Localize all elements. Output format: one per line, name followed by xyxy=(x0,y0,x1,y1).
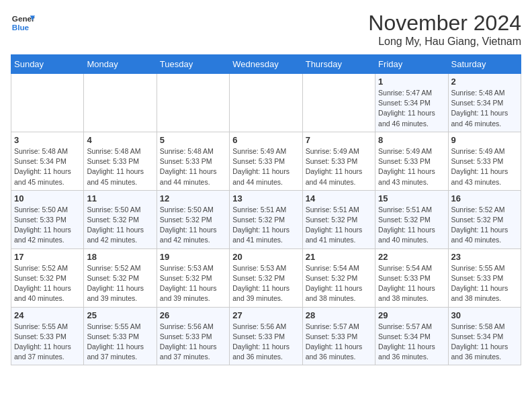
calendar-cell: 3Sunrise: 5:48 AMSunset: 5:34 PMDaylight… xyxy=(11,132,84,190)
day-number: 19 xyxy=(160,252,226,262)
day-number: 21 xyxy=(306,252,372,262)
day-number: 2 xyxy=(451,77,518,87)
weekday-header-wednesday: Wednesday xyxy=(230,55,302,74)
day-number: 7 xyxy=(306,135,372,145)
day-number: 25 xyxy=(87,310,153,320)
day-number: 3 xyxy=(14,135,81,145)
day-number: 22 xyxy=(378,252,445,262)
day-info: Sunrise: 5:54 AMSunset: 5:33 PMDaylight:… xyxy=(378,263,445,304)
calendar-cell: 7Sunrise: 5:49 AMSunset: 5:33 PMDaylight… xyxy=(302,132,375,190)
day-number: 10 xyxy=(14,193,81,203)
calendar-cell: 15Sunrise: 5:51 AMSunset: 5:32 PMDayligh… xyxy=(375,190,448,248)
day-info: Sunrise: 5:48 AMSunset: 5:34 PMDaylight:… xyxy=(14,146,81,187)
calendar-cell: 23Sunrise: 5:55 AMSunset: 5:33 PMDayligh… xyxy=(448,248,521,307)
day-number: 11 xyxy=(87,193,153,203)
calendar-body: 1Sunrise: 5:47 AMSunset: 5:34 PMDaylight… xyxy=(11,74,521,365)
calendar-cell: 11Sunrise: 5:50 AMSunset: 5:32 PMDayligh… xyxy=(84,190,157,248)
weekday-header-sunday: Sunday xyxy=(11,55,84,74)
weekday-header-thursday: Thursday xyxy=(302,55,375,74)
calendar-cell: 12Sunrise: 5:50 AMSunset: 5:32 PMDayligh… xyxy=(157,190,229,248)
calendar-cell xyxy=(302,74,375,132)
day-info: Sunrise: 5:58 AMSunset: 5:34 PMDaylight:… xyxy=(451,322,518,363)
day-info: Sunrise: 5:54 AMSunset: 5:32 PMDaylight:… xyxy=(306,263,372,304)
logo-icon: General Blue xyxy=(11,11,35,35)
calendar-cell: 4Sunrise: 5:48 AMSunset: 5:33 PMDaylight… xyxy=(84,132,157,190)
day-info: Sunrise: 5:48 AMSunset: 5:33 PMDaylight:… xyxy=(160,146,226,187)
day-info: Sunrise: 5:49 AMSunset: 5:33 PMDaylight:… xyxy=(451,146,518,187)
calendar-cell: 28Sunrise: 5:57 AMSunset: 5:33 PMDayligh… xyxy=(302,307,375,365)
calendar-cell: 26Sunrise: 5:56 AMSunset: 5:33 PMDayligh… xyxy=(157,307,229,365)
calendar-table: SundayMondayTuesdayWednesdayThursdayFrid… xyxy=(11,54,521,365)
day-number: 15 xyxy=(378,193,445,203)
day-number: 5 xyxy=(160,135,226,145)
logo: General Blue xyxy=(11,11,35,35)
page-subtitle: Long My, Hau Giang, Vietnam xyxy=(368,36,521,48)
calendar-cell: 10Sunrise: 5:50 AMSunset: 5:33 PMDayligh… xyxy=(11,190,84,248)
day-info: Sunrise: 5:56 AMSunset: 5:33 PMDaylight:… xyxy=(232,322,299,363)
weekday-header-tuesday: Tuesday xyxy=(157,55,229,74)
day-info: Sunrise: 5:52 AMSunset: 5:32 PMDaylight:… xyxy=(87,263,153,304)
calendar-week-3: 10Sunrise: 5:50 AMSunset: 5:33 PMDayligh… xyxy=(11,190,521,248)
calendar-cell: 24Sunrise: 5:55 AMSunset: 5:33 PMDayligh… xyxy=(11,307,84,365)
day-number: 8 xyxy=(378,135,445,145)
calendar-cell: 6Sunrise: 5:49 AMSunset: 5:33 PMDaylight… xyxy=(230,132,302,190)
day-info: Sunrise: 5:57 AMSunset: 5:33 PMDaylight:… xyxy=(306,322,372,363)
day-number: 17 xyxy=(14,252,81,262)
day-info: Sunrise: 5:53 AMSunset: 5:32 PMDaylight:… xyxy=(232,263,299,304)
calendar-cell: 19Sunrise: 5:53 AMSunset: 5:32 PMDayligh… xyxy=(157,248,229,307)
day-number: 6 xyxy=(232,135,299,145)
day-info: Sunrise: 5:55 AMSunset: 5:33 PMDaylight:… xyxy=(14,322,81,363)
calendar-cell: 21Sunrise: 5:54 AMSunset: 5:32 PMDayligh… xyxy=(302,248,375,307)
day-info: Sunrise: 5:57 AMSunset: 5:34 PMDaylight:… xyxy=(378,322,445,363)
calendar-header: SundayMondayTuesdayWednesdayThursdayFrid… xyxy=(11,55,521,74)
svg-text:General: General xyxy=(12,14,35,23)
day-info: Sunrise: 5:51 AMSunset: 5:32 PMDaylight:… xyxy=(306,205,372,246)
calendar-cell: 9Sunrise: 5:49 AMSunset: 5:33 PMDaylight… xyxy=(448,132,521,190)
calendar-week-2: 3Sunrise: 5:48 AMSunset: 5:34 PMDaylight… xyxy=(11,132,521,190)
calendar-cell: 17Sunrise: 5:52 AMSunset: 5:32 PMDayligh… xyxy=(11,248,84,307)
calendar-cell: 18Sunrise: 5:52 AMSunset: 5:32 PMDayligh… xyxy=(84,248,157,307)
day-info: Sunrise: 5:48 AMSunset: 5:33 PMDaylight:… xyxy=(87,146,153,187)
calendar-cell xyxy=(230,74,302,132)
page-title: November 2024 xyxy=(368,11,521,36)
calendar-cell: 14Sunrise: 5:51 AMSunset: 5:32 PMDayligh… xyxy=(302,190,375,248)
title-block: November 2024 Long My, Hau Giang, Vietna… xyxy=(368,11,521,48)
day-info: Sunrise: 5:49 AMSunset: 5:33 PMDaylight:… xyxy=(232,146,299,187)
day-number: 30 xyxy=(451,310,518,320)
calendar-week-4: 17Sunrise: 5:52 AMSunset: 5:32 PMDayligh… xyxy=(11,248,521,307)
day-info: Sunrise: 5:51 AMSunset: 5:32 PMDaylight:… xyxy=(378,205,445,246)
day-info: Sunrise: 5:52 AMSunset: 5:32 PMDaylight:… xyxy=(14,263,81,304)
calendar-cell: 25Sunrise: 5:55 AMSunset: 5:33 PMDayligh… xyxy=(84,307,157,365)
calendar-cell: 16Sunrise: 5:52 AMSunset: 5:32 PMDayligh… xyxy=(448,190,521,248)
day-number: 4 xyxy=(87,135,153,145)
calendar-cell: 13Sunrise: 5:51 AMSunset: 5:32 PMDayligh… xyxy=(230,190,302,248)
day-number: 29 xyxy=(378,310,445,320)
day-info: Sunrise: 5:49 AMSunset: 5:33 PMDaylight:… xyxy=(306,146,372,187)
calendar-cell: 22Sunrise: 5:54 AMSunset: 5:33 PMDayligh… xyxy=(375,248,448,307)
calendar-cell: 20Sunrise: 5:53 AMSunset: 5:32 PMDayligh… xyxy=(230,248,302,307)
day-info: Sunrise: 5:55 AMSunset: 5:33 PMDaylight:… xyxy=(87,322,153,363)
day-number: 18 xyxy=(87,252,153,262)
calendar-cell: 2Sunrise: 5:48 AMSunset: 5:34 PMDaylight… xyxy=(448,74,521,132)
day-info: Sunrise: 5:55 AMSunset: 5:33 PMDaylight:… xyxy=(451,263,518,304)
day-info: Sunrise: 5:49 AMSunset: 5:33 PMDaylight:… xyxy=(378,146,445,187)
page-header: General Blue November 2024 Long My, Hau … xyxy=(11,11,521,48)
calendar-cell xyxy=(157,74,229,132)
day-info: Sunrise: 5:52 AMSunset: 5:32 PMDaylight:… xyxy=(451,205,518,246)
calendar-cell: 8Sunrise: 5:49 AMSunset: 5:33 PMDaylight… xyxy=(375,132,448,190)
day-info: Sunrise: 5:48 AMSunset: 5:34 PMDaylight:… xyxy=(451,88,518,129)
svg-text:Blue: Blue xyxy=(12,23,30,32)
weekday-header-monday: Monday xyxy=(84,55,157,74)
day-info: Sunrise: 5:56 AMSunset: 5:33 PMDaylight:… xyxy=(160,322,226,363)
day-number: 27 xyxy=(232,310,299,320)
calendar-cell xyxy=(11,74,84,132)
day-info: Sunrise: 5:51 AMSunset: 5:32 PMDaylight:… xyxy=(232,205,299,246)
calendar-week-5: 24Sunrise: 5:55 AMSunset: 5:33 PMDayligh… xyxy=(11,307,521,365)
day-info: Sunrise: 5:53 AMSunset: 5:32 PMDaylight:… xyxy=(160,263,226,304)
day-number: 28 xyxy=(306,310,372,320)
calendar-cell: 1Sunrise: 5:47 AMSunset: 5:34 PMDaylight… xyxy=(375,74,448,132)
calendar-cell: 27Sunrise: 5:56 AMSunset: 5:33 PMDayligh… xyxy=(230,307,302,365)
calendar-week-1: 1Sunrise: 5:47 AMSunset: 5:34 PMDaylight… xyxy=(11,74,521,132)
day-number: 1 xyxy=(378,77,445,87)
day-number: 14 xyxy=(306,193,372,203)
